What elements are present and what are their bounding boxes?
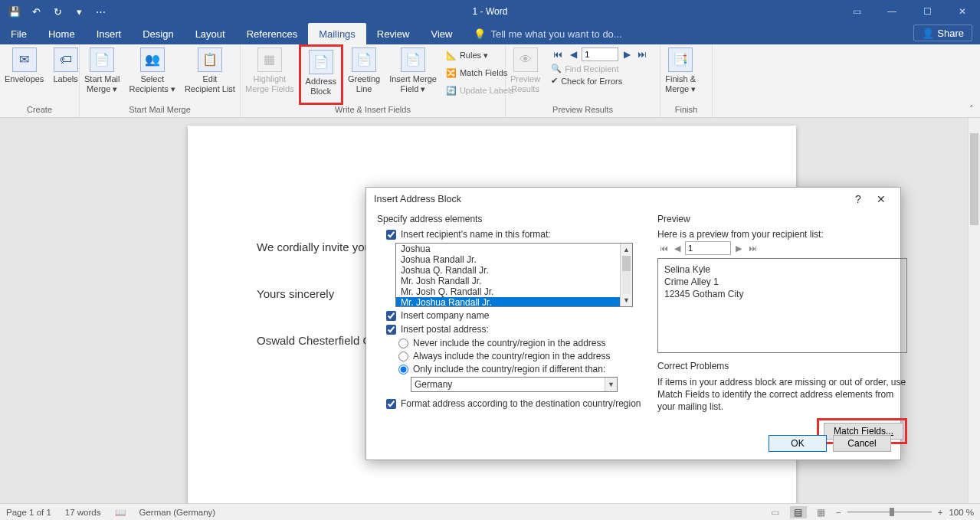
zoom-slider[interactable]	[847, 511, 932, 513]
never-radio[interactable]	[398, 338, 408, 348]
vertical-scrollbar[interactable]	[968, 118, 980, 503]
preview-subtext: Here is a preview from your recipient li…	[657, 229, 907, 240]
title-bar: 💾 ↶ ↻ ▾ ⋯ 1 - Word ▭ — ☐ ✕	[0, 0, 980, 23]
country-combobox[interactable]: Germany▼	[411, 377, 618, 392]
group-create-label: Create	[0, 105, 79, 117]
format-option[interactable]: Joshua	[396, 244, 632, 254]
never-country-radio[interactable]: Never include the country/region in the …	[398, 338, 642, 348]
zoom-in-icon[interactable]: +	[938, 508, 943, 517]
zoom-level[interactable]: 100 %	[949, 508, 974, 517]
rules-button[interactable]: 📐Rules ▾	[446, 47, 514, 63]
pv-last-icon[interactable]: ⏭	[746, 242, 759, 254]
minimize-icon[interactable]: —	[874, 0, 910, 23]
greeting-line-button[interactable]: 📄Greeting Line	[343, 44, 385, 105]
touch-mode-icon[interactable]: ⋯	[90, 3, 110, 20]
only-radio[interactable]	[398, 365, 408, 374]
page-status[interactable]: Page 1 of 1	[6, 508, 51, 517]
select-recipients-button[interactable]: 👥Select Recipients ▾	[124, 44, 179, 105]
listbox-scrollbar[interactable]: ▲▼	[620, 244, 632, 306]
dialog-close-icon[interactable]: ✕	[870, 193, 893, 205]
format-option[interactable]: Mr. Josh Q. Randall Jr.	[396, 286, 632, 297]
always-country-radio[interactable]: Always include the country/region in the…	[398, 351, 642, 361]
language-status[interactable]: German (Germany)	[139, 508, 216, 517]
format-option[interactable]: Joshua Randall Jr.	[396, 254, 632, 265]
recipients-icon: 👥	[140, 47, 165, 72]
web-layout-icon[interactable]: ▦	[813, 506, 830, 518]
share-button[interactable]: 👤 Share	[913, 25, 972, 41]
insert-name-check[interactable]	[386, 230, 396, 240]
update-labels-button: 🔄Update Labels	[446, 83, 514, 98]
format-option[interactable]: Mr. Josh Randall Jr.	[396, 276, 632, 286]
highlight-merge-fields-button: ▦Highlight Merge Fields	[241, 44, 299, 105]
pv-first-icon[interactable]: ⏮	[657, 242, 670, 254]
cancel-button[interactable]: Cancel	[833, 435, 891, 452]
format-option[interactable]: Joshua Q. Randall Jr.	[396, 265, 632, 276]
edit-recipient-list-button[interactable]: 📋Edit Recipient List	[180, 44, 240, 105]
match-label: Match Fields	[460, 68, 507, 77]
check-icon: ✔	[551, 76, 558, 86]
ribbon-options-icon[interactable]: ▭	[839, 0, 874, 23]
redo-icon[interactable]: ↻	[48, 3, 67, 20]
slider-handle[interactable]	[890, 508, 894, 516]
zoom-out-icon[interactable]: −	[836, 508, 841, 517]
tab-insert[interactable]: Insert	[86, 23, 133, 44]
address-block-button[interactable]: 📄Address Block	[299, 44, 343, 105]
word-count[interactable]: 17 words	[65, 508, 101, 517]
insert-merge-field-button[interactable]: 📄Insert Merge Field ▾	[385, 44, 441, 105]
maximize-icon[interactable]: ☐	[910, 0, 945, 23]
pv-prev-icon[interactable]: ◀	[671, 242, 683, 254]
company-check[interactable]	[386, 311, 396, 321]
insert-company-checkbox[interactable]: Insert company name	[386, 310, 642, 321]
highlight-label: Highlight Merge Fields	[245, 74, 294, 93]
insert-postal-checkbox[interactable]: Insert postal address:	[386, 324, 642, 335]
next-record-icon[interactable]: ▶	[620, 47, 634, 61]
match-fields-button[interactable]: 🔀Match Fields	[446, 65, 514, 80]
prev-record-icon[interactable]: ◀	[566, 47, 580, 61]
check-errors-button[interactable]: ✔Check for Errors	[551, 76, 649, 86]
read-mode-icon[interactable]: ▭	[767, 506, 784, 518]
tab-references[interactable]: References	[236, 23, 308, 44]
labels-button[interactable]: 🏷Labels	[48, 44, 82, 105]
insert-name-checkbox[interactable]: Insert recipient's name in this format:	[386, 229, 642, 240]
only-country-radio[interactable]: Only include the country/region if diffe…	[398, 364, 642, 374]
always-radio[interactable]	[398, 352, 408, 361]
preview-label: Preview Results	[510, 74, 540, 93]
pv-next-icon[interactable]: ▶	[733, 242, 745, 254]
ok-button[interactable]: OK	[769, 435, 827, 452]
save-icon[interactable]: 💾	[5, 3, 25, 20]
record-number-input[interactable]	[582, 47, 618, 61]
start-mail-merge-button[interactable]: 📄Start Mail Merge ▾	[80, 44, 124, 105]
pv-record-input[interactable]	[685, 241, 731, 255]
tab-layout[interactable]: Layout	[185, 23, 236, 44]
close-icon[interactable]: ✕	[945, 0, 980, 23]
first-record-icon[interactable]: ⏮	[551, 47, 565, 61]
tab-mailings[interactable]: Mailings	[308, 23, 366, 44]
print-layout-icon[interactable]: ▤	[790, 506, 807, 518]
undo-icon[interactable]: ↶	[26, 3, 46, 20]
lightbulb-icon: 💡	[474, 28, 486, 40]
find-recipient-label: Find Recipient	[565, 64, 618, 74]
help-icon[interactable]: ?	[847, 193, 870, 205]
scroll-down-icon[interactable]: ▼	[621, 294, 632, 306]
tell-me-search[interactable]: 💡 Tell me what you want to do...	[463, 23, 621, 44]
tab-file[interactable]: File	[0, 23, 38, 44]
format-option[interactable]: Mr. Joshua Randall Jr.	[396, 297, 632, 307]
chevron-down-icon[interactable]: ▼	[605, 378, 617, 391]
name-format-listbox[interactable]: JoshuaJoshua Randall Jr.Joshua Q. Randal…	[395, 243, 633, 307]
format-dest-checkbox[interactable]: Format address according to the destinat…	[386, 398, 642, 409]
proofing-icon[interactable]: 📖	[115, 507, 126, 518]
format-dest-check[interactable]	[386, 399, 396, 409]
tab-review[interactable]: Review	[366, 23, 421, 44]
postal-check[interactable]	[386, 325, 396, 335]
finish-merge-button[interactable]: 📑Finish & Merge ▾	[660, 44, 700, 105]
collapse-ribbon-icon[interactable]: ˄	[969, 104, 974, 114]
envelopes-button[interactable]: ✉Envelopes	[0, 44, 48, 105]
scrollbar-thumb[interactable]	[970, 133, 978, 225]
last-record-icon[interactable]: ⏭	[635, 47, 649, 61]
tab-home[interactable]: Home	[38, 23, 86, 44]
scroll-up-icon[interactable]: ▲	[621, 244, 632, 256]
tab-view[interactable]: View	[420, 23, 463, 44]
preview-heading: Preview	[657, 214, 907, 224]
qat-customize-icon[interactable]: ▾	[69, 3, 89, 20]
tab-design[interactable]: Design	[132, 23, 184, 44]
